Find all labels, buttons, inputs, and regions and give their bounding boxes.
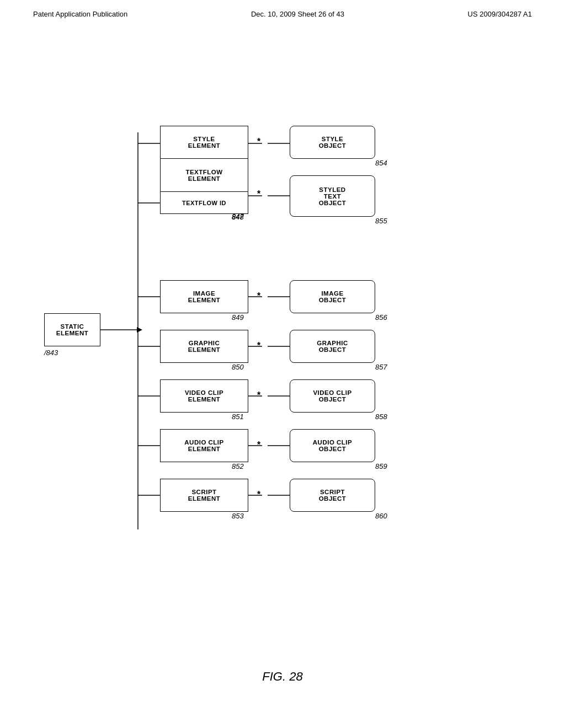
audio-clip-object-box: AUDIO CLIPOBJECT	[290, 429, 375, 462]
label-854: 854	[375, 159, 387, 167]
page-header: Patent Application Publication Dec. 10, …	[0, 0, 565, 18]
styled-text-object-box: STYLEDTEXTOBJECT	[290, 175, 375, 217]
label-859: 859	[375, 462, 387, 470]
label-852: 852	[232, 462, 244, 470]
textflow-id-box: TEXTFLOW ID	[160, 192, 248, 214]
asterisk-1: *	[257, 137, 260, 147]
asterisk-7: *	[257, 490, 260, 500]
header-middle: Dec. 10, 2009 Sheet 26 of 43	[251, 10, 344, 18]
label-848: 848	[232, 213, 244, 221]
style-element-box: STYLEELEMENT	[160, 126, 248, 159]
label-860: 860	[375, 512, 387, 520]
label-853: 853	[232, 512, 244, 520]
label-849: 849	[232, 313, 244, 322]
label-858: 858	[375, 413, 387, 421]
graphic-element-box: GRAPHICELEMENT	[160, 330, 248, 363]
diagram-svg	[33, 88, 532, 662]
label-857: 857	[375, 363, 387, 371]
script-element-box: SCRIPTELEMENT	[160, 479, 248, 512]
asterisk-2: *	[257, 189, 260, 199]
label-851: 851	[232, 413, 244, 421]
textflow-element-box: TEXTFLOWELEMENT	[160, 159, 248, 192]
image-object-box: IMAGEOBJECT	[290, 280, 375, 313]
label-850: 850	[232, 363, 244, 371]
graphic-object-box: GRAPHICOBJECT	[290, 330, 375, 363]
audio-clip-element-box: AUDIO CLIPELEMENT	[160, 429, 248, 462]
video-clip-element-box: VIDEO CLIPELEMENT	[160, 379, 248, 413]
label-843: /843	[44, 349, 58, 357]
svg-marker-1	[137, 327, 142, 333]
script-object-box: SCRIPTOBJECT	[290, 479, 375, 512]
header-right: US 2009/304287 A1	[468, 10, 532, 18]
asterisk-4: *	[257, 341, 260, 351]
asterisk-3: *	[257, 291, 260, 301]
image-element-box: IMAGEELEMENT	[160, 280, 248, 313]
label-856: 856	[375, 313, 387, 322]
label-855: 855	[375, 217, 387, 225]
style-object-box: STYLEOBJECT	[290, 126, 375, 159]
diagram-container: STATICELEMENT /843 STYLEELEMENT TEXTFLOW…	[33, 88, 532, 662]
fig-label: FIG. 28	[262, 670, 302, 684]
static-element-box: STATICELEMENT	[44, 313, 100, 346]
asterisk-6: *	[257, 440, 260, 450]
header-left: Patent Application Publication	[33, 10, 127, 18]
asterisk-5: *	[257, 390, 260, 400]
video-clip-object-box: VIDEO CLIPOBJECT	[290, 379, 375, 413]
